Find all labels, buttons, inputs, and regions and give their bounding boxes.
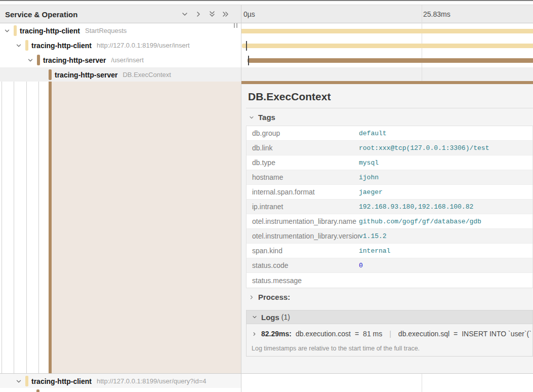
log-field-key: db.execution.sql <box>398 330 449 338</box>
timeline-header: Service & Operation 0µs 25.83ms <box>0 5 533 23</box>
tag-row: span.kind internal <box>247 244 532 258</box>
tag-key: status.message <box>247 277 359 285</box>
column-divider[interactable] <box>241 5 241 392</box>
tag-row: internal.span.format jaeger <box>247 185 532 200</box>
span-color-strip <box>49 69 52 80</box>
trace-timeline-view: Service & Operation 0µs 25.83ms tracing-… <box>0 0 533 392</box>
span-operation-name: /user/insert <box>111 56 143 64</box>
tag-value: v1.15.2 <box>359 232 387 240</box>
tag-key: otel.instrumentation_library.version <box>247 232 359 240</box>
tag-value: internal <box>359 247 390 255</box>
span-operation-name: http://127.0.0.1:8199/user/insert <box>97 42 190 49</box>
span-row-user-insert-server[interactable]: tracing-http-server /user/insert <box>0 53 241 67</box>
equals-sign: = <box>454 330 458 338</box>
divider <box>0 373 533 374</box>
logs-label: Logs <box>261 313 279 322</box>
span-operation-name: http://127.0.0.1:8199/user/query?id=4 <box>97 377 206 385</box>
span-service-name: tracing-http-server <box>55 71 117 79</box>
tag-row: ip.intranet 192.168.93.180,192.168.100.8… <box>247 200 532 214</box>
chevron-down-icon <box>252 314 258 320</box>
divider <box>246 108 533 108</box>
logs-count: (1) <box>281 313 290 321</box>
timeline-gridline <box>422 373 422 392</box>
tag-value: jaeger <box>359 188 383 196</box>
span-service-name: tracing-http-client <box>20 27 80 35</box>
log-field-key: db.execution.cost <box>296 330 351 338</box>
field-separator: | <box>389 330 391 338</box>
tag-row: hostname ijohn <box>247 170 532 185</box>
span-row-start-requests[interactable]: tracing-http-client StartRequests <box>0 23 241 38</box>
process-accordion-header[interactable]: Process: <box>249 293 290 301</box>
chevron-down-icon[interactable] <box>15 38 23 53</box>
span-color-strip <box>14 25 17 36</box>
log-field-value: 81 ms <box>363 330 382 338</box>
tag-row: otel.instrumentation_library.name github… <box>247 214 532 229</box>
tick-label-1: 25.83ms <box>423 5 450 23</box>
span-service-name: tracing-http-client <box>31 42 92 50</box>
chevron-down-icon[interactable] <box>15 374 23 388</box>
detail-row-left-gutter <box>0 82 241 373</box>
indent-guide <box>2 82 2 373</box>
logs-accordion-header[interactable]: Logs (1) <box>247 310 532 324</box>
tag-value: 0 <box>359 262 363 269</box>
tag-key: hostname <box>247 173 359 181</box>
tag-row: db.link root:xxx@tcp(127.0.0.1:3306)/tes… <box>247 141 532 155</box>
expand-one-icon[interactable] <box>194 10 203 19</box>
tags-label: Tags <box>258 113 275 122</box>
tags-accordion-header[interactable]: Tags <box>249 113 275 122</box>
span-detail-panel: DB.ExecContext Tags db.group default db.… <box>241 84 533 373</box>
tag-key: ip.intranet <box>247 203 359 211</box>
indent-guide <box>26 82 27 373</box>
indent-guide <box>14 82 14 373</box>
span-bar-user-insert-client[interactable] <box>242 44 533 48</box>
process-label: Process: <box>258 293 290 301</box>
tag-key: status.code <box>247 261 359 269</box>
span-color-strip <box>25 40 28 51</box>
expand-all-icon[interactable] <box>221 10 230 19</box>
span-operation-name: StartRequests <box>85 27 127 34</box>
service-operation-title: Service & Operation <box>5 10 77 19</box>
tag-key: otel.instrumentation_library.name <box>247 217 359 225</box>
tag-row: otel.instrumentation_library.version v1.… <box>247 229 532 244</box>
span-operation-name: DB.ExecContext <box>122 71 171 79</box>
chevron-right-icon <box>252 331 257 337</box>
tag-key: db.type <box>247 159 359 167</box>
collapse-all-icon[interactable] <box>208 10 217 19</box>
span-color-strip <box>25 376 28 386</box>
logs-section: Logs (1) 82.29ms: db.execution.cost = 81… <box>246 310 533 357</box>
span-row-db-execcontext[interactable]: tracing-http-server DB.ExecContext <box>0 67 241 82</box>
span-log-marker <box>248 56 249 65</box>
span-bar-start-requests[interactable] <box>241 29 533 33</box>
tag-value: 192.168.93.180,192.168.100.82 <box>359 203 473 211</box>
tag-key: db.group <box>247 129 359 137</box>
tag-value: default <box>359 130 387 137</box>
span-detail-title: DB.ExecContext <box>248 91 331 103</box>
logs-footnote: Log timestamps are relative to the start… <box>252 345 420 352</box>
span-service-name: tracing-http-server <box>43 56 106 64</box>
tag-row: db.type mysql <box>247 155 532 170</box>
log-entry-row[interactable]: 82.29ms: db.execution.cost = 81 ms | db.… <box>252 330 531 338</box>
next-span-color-strip <box>36 389 39 392</box>
tag-row: status.message <box>247 273 532 288</box>
span-color-strip <box>37 55 40 65</box>
collapse-one-icon[interactable] <box>180 10 189 19</box>
tag-key: internal.span.format <box>247 188 359 196</box>
span-row-user-query-client[interactable]: tracing-http-client http://127.0.0.1:819… <box>0 374 241 388</box>
log-field-value: INSERT INTO `user`(`name` <box>462 330 531 338</box>
chevron-down-icon[interactable] <box>26 53 34 67</box>
timeline-ticks: 0µs 25.83ms <box>241 5 533 23</box>
span-bar-user-insert-server[interactable] <box>248 58 533 63</box>
tick-label-0: 0µs <box>243 5 255 23</box>
chevron-down-icon[interactable] <box>3 23 11 38</box>
span-log-marker <box>246 41 247 51</box>
indent-guide <box>38 82 39 373</box>
tag-row: status.code 0 <box>247 258 532 273</box>
tag-value: mysql <box>359 159 379 167</box>
span-row-user-insert-client[interactable]: tracing-http-client http://127.0.0.1:819… <box>0 38 241 53</box>
chevron-right-icon <box>249 294 255 300</box>
log-timestamp: 82.29ms: <box>261 330 292 338</box>
tags-table: db.group default db.link root:xxx@tcp(12… <box>246 126 533 288</box>
chevron-down-icon <box>249 114 255 121</box>
minimap-bottom-strip <box>0 0 533 5</box>
tag-value: root:xxx@tcp(127.0.0.1:3306)/test <box>359 144 489 152</box>
